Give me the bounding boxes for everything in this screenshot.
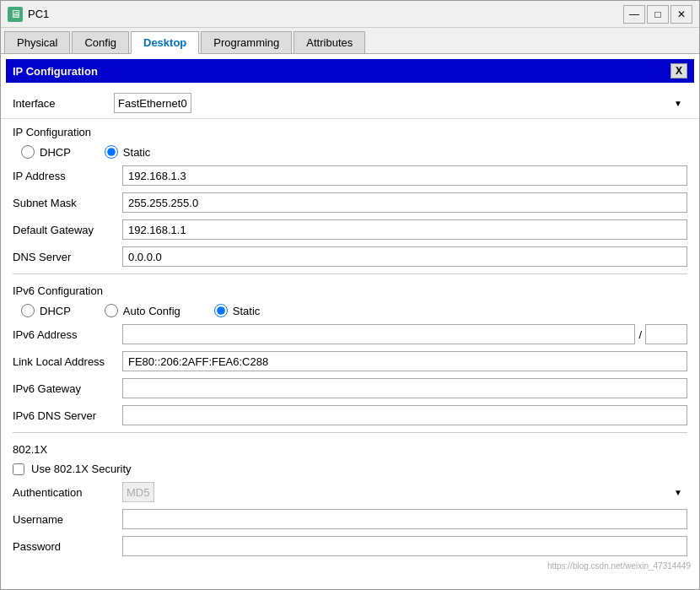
ip-config-header: IP Configuration X [6, 59, 694, 83]
app-icon: 🖥 [8, 7, 23, 22]
ipv6-gateway-input[interactable] [122, 378, 687, 398]
ipv4-section-title: IP Configuration [1, 119, 699, 142]
ipv6-dns-label: IPv6 DNS Server [13, 409, 122, 422]
close-button[interactable]: ✕ [670, 5, 692, 24]
dns-server-label: DNS Server [13, 251, 122, 263]
username-row: Username [1, 506, 699, 533]
ipv6-address-input[interactable] [122, 324, 635, 344]
default-gateway-label: Default Gateway [13, 224, 122, 236]
ipv6-auto-config-radio[interactable] [105, 304, 118, 317]
ip-address-label: IP Address [13, 170, 122, 182]
ipv6-address-label: IPv6 Address [13, 328, 122, 341]
main-window: 🖥 PC1 — □ ✕ Physical Config Desktop Prog… [0, 0, 700, 590]
ipv6-section-title: IPv6 Configuration [1, 278, 699, 300]
use-security-checkbox[interactable] [13, 463, 24, 475]
ipv6-address-row: IPv6 Address / [1, 321, 699, 348]
subnet-mask-row: Subnet Mask [1, 189, 699, 216]
section-divider-1 [13, 273, 687, 274]
subnet-mask-label: Subnet Mask [13, 197, 122, 209]
password-label: Password [13, 540, 122, 553]
ipv4-static-option[interactable]: Static [105, 145, 151, 159]
ipv6-slash: / [638, 328, 642, 341]
interface-label: Interface [13, 97, 114, 110]
ipv6-gateway-row: IPv6 Gateway [1, 375, 699, 402]
ip-address-input[interactable] [122, 165, 687, 186]
link-local-label: Link Local Address [13, 355, 122, 368]
tab-physical[interactable]: Physical [4, 31, 70, 53]
dot1x-section-title: 802.1X [1, 436, 699, 459]
tab-attributes[interactable]: Attributes [293, 31, 365, 53]
ipv6-dns-row: IPv6 DNS Server [1, 402, 699, 429]
link-local-row: Link Local Address [1, 348, 699, 375]
ip-config-close-button[interactable]: X [670, 63, 687, 78]
ipv6-static-option[interactable]: Static [214, 304, 261, 317]
ipv4-dhcp-option[interactable]: DHCP [21, 145, 71, 159]
window-controls: — □ ✕ [623, 5, 692, 24]
ip-config-title: IP Configuration [13, 65, 98, 78]
default-gateway-input[interactable] [122, 219, 687, 240]
interface-row: Interface FastEthernet0 [1, 88, 699, 119]
dns-server-input[interactable] [122, 246, 687, 267]
password-input[interactable] [122, 536, 687, 556]
authentication-select[interactable]: MD5 [122, 482, 154, 502]
titlebar: 🖥 PC1 — □ ✕ [1, 1, 699, 28]
ipv6-static-radio[interactable] [214, 304, 228, 317]
default-gateway-row: Default Gateway [1, 216, 699, 243]
ipv6-address-container: / [122, 324, 687, 344]
authentication-row: Authentication MD5 [1, 479, 699, 506]
ipv6-dhcp-option[interactable]: DHCP [21, 304, 71, 317]
link-local-input[interactable] [122, 351, 687, 371]
window-title: PC1 [28, 8, 623, 20]
subnet-mask-input[interactable] [122, 192, 687, 213]
tab-programming[interactable]: Programming [201, 31, 292, 53]
maximize-button[interactable]: □ [647, 5, 669, 24]
interface-select[interactable]: FastEthernet0 [114, 93, 191, 113]
authentication-label: Authentication [13, 486, 122, 499]
ipv6-dhcp-radio[interactable] [21, 304, 35, 317]
authentication-select-wrapper: MD5 [122, 482, 687, 502]
ip-address-row: IP Address [1, 162, 699, 189]
ipv6-gateway-label: IPv6 Gateway [13, 382, 122, 395]
minimize-button[interactable]: — [623, 5, 645, 24]
username-label: Username [13, 513, 122, 526]
tab-config[interactable]: Config [72, 31, 129, 53]
ipv6-radio-row: DHCP Auto Config Static [1, 300, 699, 321]
username-input[interactable] [122, 509, 687, 529]
ipv4-static-radio[interactable] [105, 145, 118, 159]
ipv6-dns-input[interactable] [122, 405, 687, 425]
password-row: Password [1, 533, 699, 560]
dns-server-row: DNS Server [1, 243, 699, 270]
ipv6-auto-config-option[interactable]: Auto Config [105, 304, 180, 317]
use-security-label: Use 802.1X Security [31, 463, 132, 475]
interface-select-wrapper: FastEthernet0 [114, 93, 687, 113]
tab-desktop[interactable]: Desktop [131, 31, 199, 54]
section-divider-2 [13, 432, 687, 433]
tab-bar: Physical Config Desktop Programming Attr… [1, 28, 699, 54]
watermark: https://blog.csdn.net/weixin_47314449 [1, 560, 699, 572]
ipv4-dhcp-radio[interactable] [21, 145, 35, 159]
main-content: IP Configuration X Interface FastEtherne… [1, 54, 699, 589]
ipv6-prefix-input[interactable] [645, 324, 687, 344]
use-security-row: Use 802.1X Security [1, 459, 699, 479]
ipv4-radio-row: DHCP Static [1, 142, 699, 162]
